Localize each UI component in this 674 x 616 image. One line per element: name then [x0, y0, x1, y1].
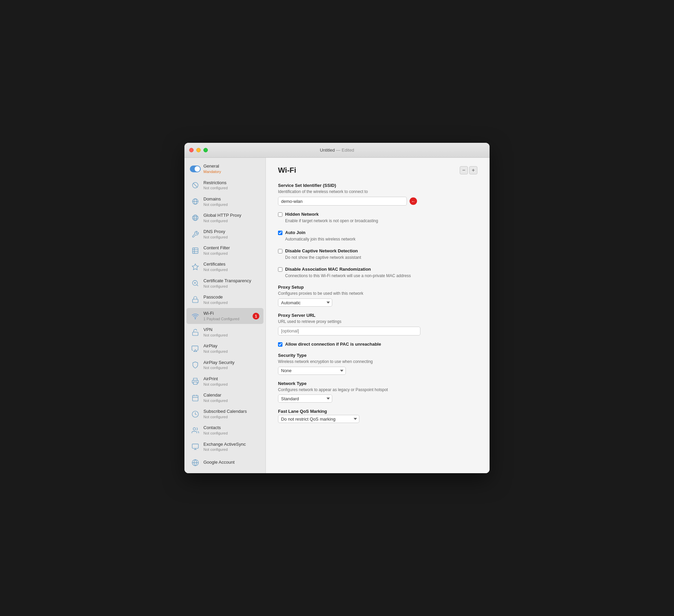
- security-type-description: Wireless network encryption to use when …: [278, 359, 477, 365]
- ssid-input[interactable]: [278, 197, 407, 206]
- sidebar-item-subscribed-calendars[interactable]: Subscribed Calendars Not configured: [186, 406, 263, 422]
- sidebar-label-airplay: AirPlay: [203, 343, 259, 349]
- page-title: Wi-Fi: [278, 166, 296, 175]
- sidebar-text-contacts: Contacts Not configured: [203, 425, 259, 436]
- fast-lane-qos-section: Fast Lane QoS Marking Do not restrict Qo…: [278, 409, 477, 423]
- disable-mac-rand-checkbox[interactable]: [278, 267, 282, 272]
- header-buttons: − +: [460, 166, 477, 174]
- svg-point-18: [195, 318, 196, 319]
- sidebar-item-certificate-transparency[interactable]: Certificate Transparency Not configured: [186, 275, 263, 291]
- proxy-server-url-input[interactable]: [278, 327, 420, 335]
- remove-payload-button[interactable]: −: [460, 166, 468, 174]
- sidebar-item-airplay-security[interactable]: AirPlay Security Not configured: [186, 357, 263, 373]
- sidebar-sublabel-subscribed-calendars: Not configured: [203, 415, 259, 419]
- proxy-setup-label: Proxy Setup: [278, 285, 477, 290]
- sidebar-label-wifi: Wi-Fi: [203, 311, 249, 316]
- sidebar-item-certificates[interactable]: Certificates Not configured: [186, 259, 263, 275]
- sidebar-item-airprint[interactable]: AirPrint Not configured: [186, 373, 263, 389]
- svg-rect-9: [193, 248, 198, 254]
- close-button[interactable]: [189, 148, 194, 152]
- add-payload-button[interactable]: +: [469, 166, 477, 174]
- sidebar-item-content-filter[interactable]: Content Filter Not configured: [186, 243, 263, 258]
- sidebar-text-certificates: Certificates Not configured: [203, 262, 259, 272]
- sidebar-label-certificates: Certificates: [203, 262, 259, 267]
- sidebar-label-dns-proxy: DNS Proxy: [203, 229, 259, 235]
- sidebar-item-domains[interactable]: Domains Not configured: [186, 194, 263, 210]
- auto-join-label: Auto Join: [285, 230, 305, 235]
- disable-captive-row: Disable Captive Network Detection: [278, 248, 477, 253]
- svg-point-27: [193, 428, 196, 430]
- restrictions-icon: [191, 180, 200, 190]
- sidebar-item-vpn[interactable]: VPN Not configured: [186, 324, 263, 340]
- ssid-label: Service Set Identifier (SSID): [278, 183, 477, 188]
- sidebar-text-airplay: AirPlay Not configured: [203, 343, 259, 354]
- sidebar-item-wifi[interactable]: Wi-Fi 1 Payload Configured 1: [186, 308, 263, 324]
- sidebar-label-restrictions: Restrictions: [203, 180, 259, 186]
- wifi-icon: [191, 311, 200, 321]
- disable-mac-rand-section: Disable Association MAC Randomization Co…: [278, 267, 477, 279]
- security-type-label: Security Type: [278, 353, 477, 358]
- disable-captive-checkbox[interactable]: [278, 249, 282, 253]
- sidebar-label-airprint: AirPrint: [203, 376, 259, 382]
- fast-lane-qos-select[interactable]: Do not restrict QoS marking Restrict QoS…: [278, 415, 359, 423]
- proxy-setup-select[interactable]: Automatic None Manual: [278, 299, 332, 307]
- main-panel: Wi-Fi − + Service Set Identifier (SSID) …: [266, 158, 490, 473]
- sidebar-item-exchange-activesync[interactable]: Exchange ActiveSync Not configured: [186, 439, 263, 455]
- sidebar-text-dns-proxy: DNS Proxy Not configured: [203, 229, 259, 239]
- sidebar-sublabel-domains: Not configured: [203, 202, 259, 207]
- passcode-icon: [191, 295, 200, 304]
- maximize-button[interactable]: [203, 148, 208, 152]
- sidebar-sublabel-airplay: Not configured: [203, 349, 259, 354]
- svg-rect-28: [192, 444, 198, 448]
- sidebar-item-restrictions[interactable]: Restrictions Not configured: [186, 177, 263, 193]
- hidden-network-checkbox[interactable]: [278, 212, 282, 217]
- subscribed-calendars-icon: [191, 409, 200, 419]
- sidebar-item-global-http-proxy[interactable]: Global HTTP Proxy Not configured: [186, 210, 263, 226]
- sidebar-sublabel-wifi: 1 Payload Configured: [203, 316, 249, 321]
- sidebar-text-airprint: AirPrint Not configured: [203, 376, 259, 387]
- wifi-badge: 1: [253, 313, 259, 320]
- network-type-select[interactable]: Standard Passpoint: [278, 394, 332, 403]
- svg-point-6: [194, 215, 196, 221]
- sidebar-item-contacts[interactable]: Contacts Not configured: [186, 422, 263, 438]
- minimize-button[interactable]: [196, 148, 201, 152]
- auto-join-row: Auto Join: [278, 230, 477, 235]
- contacts-icon: [191, 426, 200, 435]
- disable-captive-desc: Do not show the captive network assistan…: [285, 255, 477, 261]
- sidebar-text-passcode: Passcode Not configured: [203, 294, 259, 305]
- ssid-section: Service Set Identifier (SSID) Identifica…: [278, 183, 477, 206]
- network-type-label: Network Type: [278, 381, 477, 386]
- auto-join-desc: Automatically join this wireless network: [285, 236, 477, 242]
- auto-join-checkbox[interactable]: [278, 231, 282, 235]
- certificates-icon: [191, 262, 200, 272]
- sidebar-item-general[interactable]: General Mandatory: [186, 161, 263, 177]
- proxy-setup-section: Proxy Setup Configures proxies to be use…: [278, 285, 477, 307]
- sidebar-text-vpn: VPN Not configured: [203, 327, 259, 338]
- sidebar-label-subscribed-calendars: Subscribed Calendars: [203, 409, 259, 415]
- sidebar-item-calendar[interactable]: Calendar Not configured: [186, 390, 263, 406]
- sidebar-label-calendar: Calendar: [203, 392, 259, 398]
- allow-direct-label: Allow direct connection if PAC is unreac…: [285, 342, 381, 347]
- certificate-transparency-icon: [191, 278, 200, 288]
- sidebar-item-passcode[interactable]: Passcode Not configured: [186, 292, 263, 308]
- svg-rect-21: [194, 382, 197, 384]
- sidebar-item-google-account[interactable]: Google Account: [186, 455, 263, 470]
- proxy-server-url-label: Proxy Server URL: [278, 313, 477, 318]
- titlebar: Untitled — Edited: [184, 143, 490, 158]
- sidebar-sublabel-content-filter: Not configured: [203, 251, 259, 256]
- sidebar-sublabel-general: Mandatory: [203, 169, 259, 174]
- ssid-clear-button[interactable]: [410, 197, 417, 205]
- sidebar-item-airplay[interactable]: AirPlay Not configured: [186, 341, 263, 357]
- calendar-icon: [191, 393, 200, 403]
- sidebar-item-dns-proxy[interactable]: DNS Proxy Not configured: [186, 226, 263, 242]
- sidebar-label-global-http-proxy: Global HTTP Proxy: [203, 213, 259, 218]
- security-type-select[interactable]: None WEP WPA/WPA2 Personal WPA3 Personal…: [278, 367, 346, 375]
- sidebar-sublabel-exchange-activesync: Not configured: [203, 447, 259, 452]
- fast-lane-qos-label: Fast Lane QoS Marking: [278, 409, 477, 414]
- allow-direct-checkbox[interactable]: [278, 342, 282, 347]
- content-area: General Mandatory Restrictions Not confi…: [184, 158, 490, 473]
- hidden-network-label: Hidden Network: [285, 212, 319, 217]
- sidebar-text-restrictions: Restrictions Not configured: [203, 180, 259, 191]
- ssid-input-wrapper: [278, 197, 477, 206]
- window-title: Untitled — Edited: [320, 148, 354, 153]
